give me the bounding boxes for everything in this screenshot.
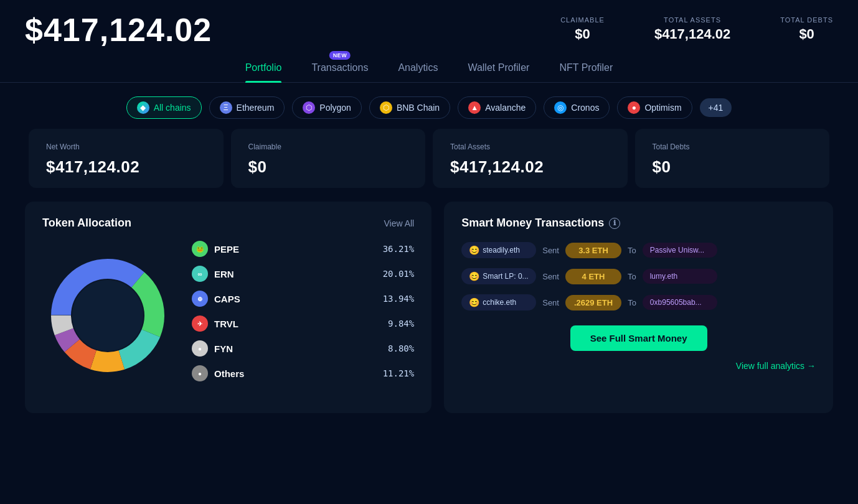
token-item-ern: ∞ ERN 20.01% — [192, 266, 414, 282]
token-allocation-title: Token Allocation — [42, 217, 131, 230]
caps-pct: 13.94% — [383, 294, 415, 304]
tx0-amount: 3.3 ETH — [565, 243, 621, 258]
claimable-card-value: $0 — [248, 157, 408, 177]
poly-icon: ⬡ — [303, 101, 315, 114]
fyn-name: FYN — [214, 343, 382, 354]
ern-name: ERN — [214, 269, 377, 279]
claimable-label: CLAIMABLE — [560, 16, 605, 24]
chain-btn-op[interactable]: ● Optimism — [617, 96, 692, 119]
trvl-icon: ✈ — [192, 315, 208, 332]
donut-svg — [42, 250, 173, 381]
header-stat-debts: TOTAL DEBTS $0 — [780, 16, 833, 42]
token-allocation-panel: Token Allocation View All — [25, 202, 431, 413]
claimable-value: $0 — [560, 26, 605, 42]
tx0-from-badge[interactable]: 😊 steadily.eth — [461, 242, 536, 258]
header-stat-assets: TOTAL ASSETS $417,124.02 — [654, 16, 730, 42]
ern-pct: 20.01% — [383, 269, 415, 279]
bnb-icon: ⬡ — [380, 101, 392, 114]
tx-row-0: 😊 steadily.eth Sent 3.3 ETH To Passive U… — [461, 242, 816, 258]
smart-money-info-icon[interactable]: ℹ — [609, 218, 620, 229]
chain-btn-eth[interactable]: Ξ Ethereum — [209, 96, 285, 119]
others-pct: 11.21% — [383, 368, 415, 378]
view-all-link[interactable]: View All — [384, 218, 414, 228]
donut-inner — [72, 280, 143, 351]
tx0-from: steadily.eth — [483, 246, 520, 254]
token-item-pepe: 🐸 PEPE 36.21% — [192, 241, 414, 257]
tx1-action: Sent — [542, 272, 559, 281]
smart-money-title: Smart Money Transactions ℹ — [461, 217, 816, 230]
tab-portfolio[interactable]: Portfolio — [245, 62, 282, 82]
see-full-smart-money-button[interactable]: See Full Smart Money — [570, 325, 707, 351]
pepe-icon: 🐸 — [192, 241, 208, 257]
tx0-dest[interactable]: Passive Unisw... — [643, 243, 717, 258]
more-chains-badge[interactable]: +41 — [700, 98, 732, 117]
token-list: 🐸 PEPE 36.21% ∞ ERN 20.01% ⊕ CAPS 13.94%… — [192, 241, 414, 390]
claimable-card-label: Claimable — [248, 142, 408, 151]
chain-btn-avax[interactable]: ▲ Avalanche — [458, 96, 536, 119]
allocation-body: 🐸 PEPE 36.21% ∞ ERN 20.01% ⊕ CAPS 13.94%… — [42, 241, 414, 390]
avax-icon: ▲ — [468, 101, 481, 114]
chain-filters: ◆ All chains Ξ Ethereum ⬡ Polygon ⬡ BNB … — [0, 83, 858, 129]
ern-icon: ∞ — [192, 266, 208, 282]
tx2-from-badge[interactable]: 😊 cchike.eth — [461, 294, 536, 310]
others-name: Others — [214, 368, 377, 379]
tx2-from: cchike.eth — [483, 298, 516, 307]
stat-card-networth: Net Worth $417,124.02 — [29, 129, 224, 188]
main-value: $417,124.02 — [25, 11, 212, 49]
debts-label: TOTAL DEBTS — [780, 16, 833, 24]
stat-card-totalassets: Total Assets $417,124.02 — [433, 129, 628, 188]
nav-tabs: Portfolio NEW Transactions Analytics Wal… — [0, 55, 858, 83]
caps-name: CAPS — [214, 294, 377, 304]
totalassets-label: Total Assets — [450, 142, 610, 151]
view-full-analytics-link[interactable]: View full analytics — [461, 361, 816, 371]
stats-row: Net Worth $417,124.02 Claimable $0 Total… — [25, 129, 833, 188]
tab-analytics[interactable]: Analytics — [398, 62, 438, 82]
top-header: $417,124.02 CLAIMABLE $0 TOTAL ASSETS $4… — [0, 0, 858, 55]
others-icon: ● — [192, 365, 208, 381]
totaldebts-value: $0 — [653, 157, 813, 177]
tx1-from: Smart LP: 0... — [483, 272, 528, 281]
stat-card-claimable: Claimable $0 — [231, 129, 426, 188]
stat-card-totaldebts: Total Debts $0 — [635, 129, 830, 188]
chain-btn-all[interactable]: ◆ All chains — [126, 96, 202, 119]
networth-value: $417,124.02 — [46, 157, 206, 177]
tab-wallet-profiler[interactable]: Wallet Profiler — [468, 62, 529, 82]
header-stat-claimable: CLAIMABLE $0 — [560, 16, 605, 42]
chain-btn-bnb[interactable]: ⬡ BNB Chain — [369, 96, 450, 119]
tx1-amount: 4 ETH — [565, 269, 621, 284]
chain-btn-poly[interactable]: ⬡ Polygon — [292, 96, 362, 119]
networth-label: Net Worth — [46, 142, 206, 151]
donut-chart — [42, 250, 173, 381]
header-stats: CLAIMABLE $0 TOTAL ASSETS $417,124.02 TO… — [560, 11, 833, 42]
tx2-emoji: 😊 — [469, 297, 479, 307]
tx2-action: Sent — [542, 298, 559, 307]
token-item-others: ● Others 11.21% — [192, 365, 414, 381]
trvl-pct: 9.84% — [388, 319, 414, 329]
tx2-to-label: To — [628, 298, 636, 307]
debts-value: $0 — [780, 26, 833, 42]
caps-icon: ⊕ — [192, 291, 208, 307]
smart-money-panel: Smart Money Transactions ℹ 😊 steadily.et… — [444, 202, 833, 413]
token-item-fyn: ● FYN 8.80% — [192, 340, 414, 357]
new-badge: NEW — [329, 51, 351, 60]
token-allocation-header: Token Allocation View All — [42, 217, 414, 230]
tx2-dest[interactable]: 0xb95605bab... — [643, 295, 717, 310]
token-item-trvl: ✈ TRVL 9.84% — [192, 315, 414, 332]
totaldebts-label: Total Debts — [653, 142, 813, 151]
tx-row-2: 😊 cchike.eth Sent .2629 ETH To 0xb95605b… — [461, 294, 816, 310]
tx1-emoji: 😊 — [469, 271, 479, 281]
tx0-action: Sent — [542, 246, 559, 255]
chain-btn-cro[interactable]: ◎ Cronos — [544, 96, 610, 119]
tab-nft-profiler[interactable]: NFT Profiler — [559, 62, 613, 82]
totalassets-value: $417,124.02 — [450, 157, 610, 177]
tx1-from-badge[interactable]: 😊 Smart LP: 0... — [461, 268, 536, 284]
main-content: Token Allocation View All — [25, 202, 833, 413]
op-icon: ● — [628, 101, 640, 114]
tx1-to-label: To — [628, 272, 636, 281]
pepe-name: PEPE — [214, 244, 377, 254]
tab-transactions[interactable]: NEW Transactions — [311, 62, 368, 82]
tx0-emoji: 😊 — [469, 245, 479, 255]
fyn-icon: ● — [192, 340, 208, 357]
tx0-to-label: To — [628, 246, 636, 255]
tx1-dest[interactable]: lumy.eth — [643, 269, 717, 284]
